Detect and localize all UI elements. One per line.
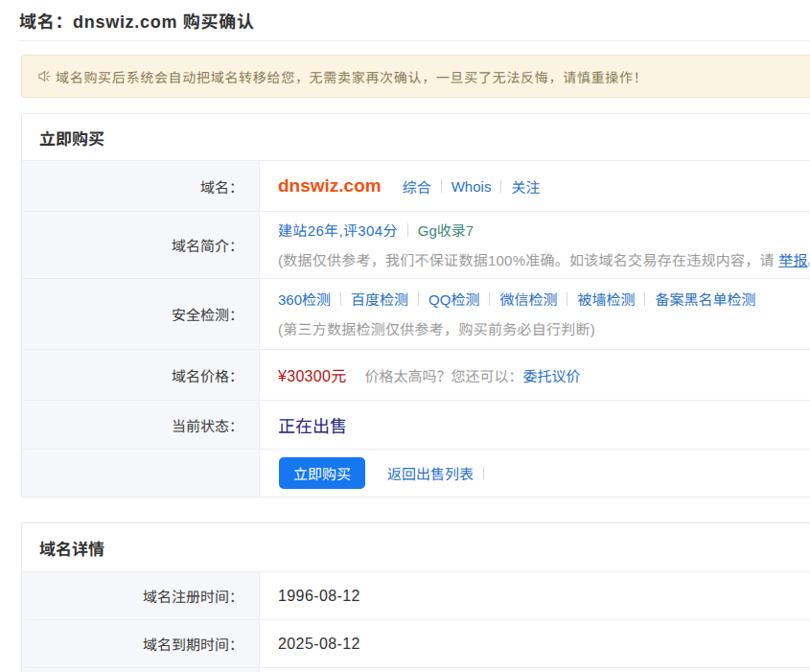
separator bbox=[500, 179, 501, 193]
domain-name: dnswiz.com bbox=[278, 175, 382, 197]
baidu-check-link[interactable]: 百度检测 bbox=[351, 285, 408, 314]
register-date-row: 域名注册时间： 1996-08-12 bbox=[22, 572, 810, 620]
page-header: 域名：dnswiz.com 购买确认 bbox=[19, 0, 810, 41]
qq-check-link[interactable]: QQ检测 bbox=[428, 285, 479, 314]
security-disclaimer: (第三方数据检测仅供参考，购买前务必自行判断) bbox=[278, 314, 755, 344]
action-label-empty bbox=[22, 450, 260, 497]
wechat-check-link[interactable]: 微信检测 bbox=[499, 285, 557, 314]
separator bbox=[567, 292, 567, 306]
report-link[interactable]: 举报 bbox=[778, 252, 808, 268]
whois-link[interactable]: Whois bbox=[451, 178, 492, 195]
security-row: 安全检测： 360检测 百度检测 QQ检测 微信检测 被墙检测 备案黑名 bbox=[22, 279, 810, 350]
expire-date-row: 域名到期时间： 2025-08-12 bbox=[22, 620, 810, 668]
domain-label: 域名： bbox=[22, 161, 260, 211]
status-label: 当前状态： bbox=[22, 401, 260, 449]
expire-date-label: 域名到期时间： bbox=[22, 620, 260, 667]
register-date-value: 1996-08-12 bbox=[278, 588, 360, 605]
site-age-link[interactable]: 建站26年,评304分 bbox=[278, 216, 398, 245]
google-index-count: Gg收录7 bbox=[418, 216, 474, 245]
expire-date-value: 2025-08-12 bbox=[278, 636, 360, 653]
separator bbox=[644, 292, 645, 306]
separator bbox=[489, 292, 490, 306]
action-row: 立即购买 返回出售列表 bbox=[22, 450, 810, 497]
details-card-title: 域名详情 bbox=[22, 523, 810, 572]
register-date-label: 域名注册时间： bbox=[22, 572, 260, 619]
page-title: 域名：dnswiz.com 购买确认 bbox=[19, 8, 255, 33]
separator bbox=[418, 292, 419, 306]
notice-text: 域名购买后系统会自动把域名转移给您，无需卖家再次确认，一旦买了无法反悔，请慎重操… bbox=[56, 67, 647, 86]
buy-now-card: 立即购买 域名： dnswiz.com 综合 Whois 关注 域名简介： 建站… bbox=[21, 113, 810, 498]
negotiate-link[interactable]: 委托议价 bbox=[523, 368, 581, 384]
security-label: 安全检测： bbox=[22, 279, 260, 349]
back-to-list-link[interactable]: 返回出售列表 bbox=[387, 463, 474, 483]
composite-query-link[interactable]: 综合 bbox=[403, 176, 431, 197]
domain-details-card: 域名详情 域名注册时间： 1996-08-12 域名到期时间： 2025-08-… bbox=[21, 522, 810, 672]
360-check-link[interactable]: 360检测 bbox=[278, 285, 331, 314]
clipped-row bbox=[22, 668, 810, 672]
separator bbox=[407, 223, 408, 237]
domain-row: 域名： dnswiz.com 综合 Whois 关注 bbox=[22, 161, 810, 212]
price-value: ¥30300元 bbox=[278, 363, 347, 386]
buy-card-title: 立即购买 bbox=[22, 114, 810, 161]
separator bbox=[340, 292, 341, 306]
buy-now-button[interactable]: 立即购买 bbox=[279, 457, 365, 489]
intro-row: 域名简介： 建站26年,评304分 Gg收录7 (数据仅供参考，我们不保证数据1… bbox=[22, 212, 810, 279]
gfw-check-link[interactable]: 被墙检测 bbox=[577, 285, 635, 314]
status-value: 正在出售 bbox=[278, 412, 347, 437]
intro-label: 域名简介： bbox=[22, 212, 260, 278]
separator bbox=[441, 179, 442, 193]
price-hint: 价格太高吗？您还可以：委托议价 bbox=[365, 365, 581, 385]
icp-blacklist-check-link[interactable]: 备案黑名单检测 bbox=[655, 285, 755, 314]
price-label: 域名价格： bbox=[22, 350, 260, 400]
speaker-icon bbox=[38, 70, 51, 82]
price-row: 域名价格： ¥30300元 价格太高吗？您还可以：委托议价 bbox=[22, 350, 810, 401]
separator bbox=[483, 467, 484, 479]
intro-disclaimer: (数据仅供参考，我们不保证数据100%准确。如该域名交易存在违规内容，请 举报。 bbox=[278, 245, 810, 275]
status-row: 当前状态： 正在出售 bbox=[22, 401, 810, 450]
page: 域名：dnswiz.com 购买确认 域名购买后系统会自动把域名转移给您，无需卖… bbox=[19, 0, 810, 672]
notice-banner: 域名购买后系统会自动把域名转移给您，无需卖家再次确认，一旦买了无法反悔，请慎重操… bbox=[21, 55, 810, 98]
follow-link[interactable]: 关注 bbox=[511, 176, 540, 197]
